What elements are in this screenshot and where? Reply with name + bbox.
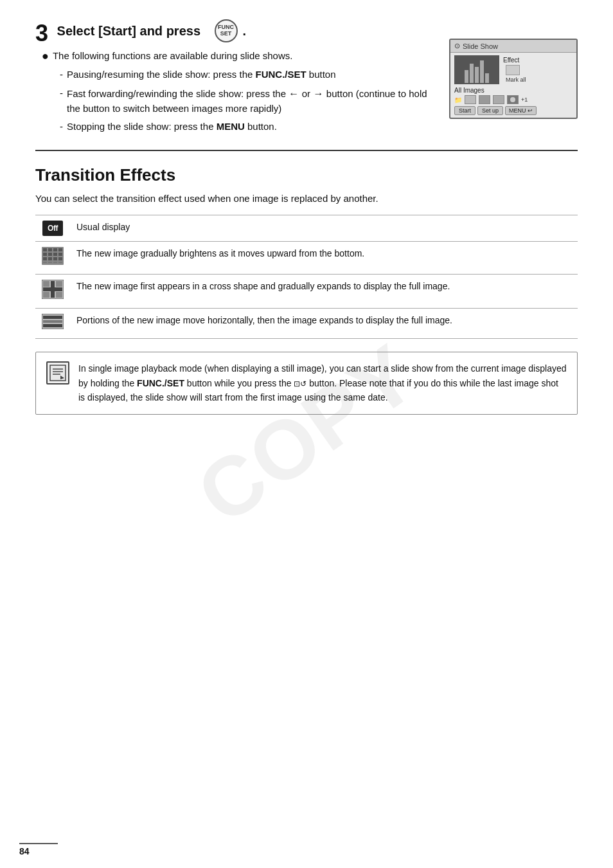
svg-rect-13 <box>43 262 47 263</box>
icon-cell-off: Off <box>35 215 70 242</box>
svg-rect-9 <box>43 257 47 260</box>
svg-rect-19 <box>43 287 62 291</box>
thumb-bar-1 <box>465 70 468 83</box>
effect-desc-4: Portions of the new image move horizonta… <box>70 309 578 339</box>
menu-btn[interactable]: MENU ↩ <box>505 106 537 115</box>
effect-desc-text-1: Usual display <box>76 222 130 232</box>
note-text-content: In single image playback mode (when disp… <box>78 361 567 404</box>
thumb-bar-3 <box>475 67 479 83</box>
dash-3: - <box>60 120 63 134</box>
svg-rect-1 <box>43 248 47 251</box>
setup-btn[interactable]: Set up <box>477 106 503 115</box>
sub-bullet-3: - Stopping the slide show: press the MEN… <box>60 120 436 134</box>
step-title: Select [Start] and press FUNCSET . <box>48 19 246 42</box>
step-3-section: 3 Select [Start] and press FUNCSET . ● T… <box>35 19 578 151</box>
sub-bullets: - Pausing/resuming the slide show: press… <box>42 68 436 134</box>
sub3-text-p2: button. <box>245 121 277 132</box>
svg-rect-2 <box>48 248 52 251</box>
svg-rect-23 <box>56 292 62 298</box>
arrow-left-icon: ← <box>289 88 301 99</box>
screen-images-row: 📁 +1 <box>454 95 573 104</box>
svg-rect-4 <box>58 248 62 251</box>
table-row: Off Usual display <box>35 215 578 242</box>
sub-bullet-1: - Pausing/resuming the slide show: press… <box>60 68 436 82</box>
sub1-text-p1: Pausing/resuming the slide show: press t… <box>67 69 256 80</box>
off-icon: Off <box>42 221 63 236</box>
icon-cell-bars <box>35 309 70 339</box>
table-row: The new image first appears in a cross s… <box>35 275 578 309</box>
mark-all-text: Mark all <box>506 77 526 83</box>
dash-2: - <box>60 86 63 116</box>
effect-icon <box>506 65 520 75</box>
menu-btn-label: MENU <box>509 107 526 114</box>
step-left: 3 Select [Start] and press FUNCSET . ● T… <box>35 19 436 138</box>
image-count: +1 <box>521 96 528 103</box>
img-thumb-circle <box>507 95 519 104</box>
effect-desc-text-4: Portions of the new image move horizonta… <box>76 315 452 325</box>
section-title: Transition Effects <box>35 165 578 185</box>
img-thumb-3 <box>493 95 504 104</box>
section-intro: You can select the transition effect use… <box>35 192 578 206</box>
effects-table: Off Usual display <box>35 215 578 339</box>
step-number: 3 <box>35 22 48 45</box>
svg-rect-25 <box>43 316 62 319</box>
sub1-bold: FUNC./SET <box>256 69 306 80</box>
transition-section: Transition Effects You can select the tr… <box>35 165 578 415</box>
img-thumb-1 <box>465 95 476 104</box>
svg-rect-8 <box>58 253 62 256</box>
note-box: In single image playback mode (when disp… <box>35 352 578 414</box>
icon-cell-grid <box>35 242 70 275</box>
step-body: ● The following functions are available … <box>35 49 436 134</box>
sub-bullet-1-text: Pausing/resuming the slide show: press t… <box>67 68 336 82</box>
page-number: 84 <box>19 846 30 856</box>
start-btn[interactable]: Start <box>454 106 475 115</box>
svg-rect-27 <box>43 324 62 327</box>
thumb-bar-2 <box>470 64 474 83</box>
screen-thumbnail-area: Effect Mark all <box>454 55 573 84</box>
sub2-text-p1: Fast forwarding/rewinding the slide show… <box>67 88 289 99</box>
thumbnail-placeholder <box>454 55 499 84</box>
page-footer: 84 <box>19 843 58 856</box>
screen-title: Slide Show <box>463 42 498 50</box>
table-row: Portions of the new image move horizonta… <box>35 309 578 339</box>
svg-rect-7 <box>53 253 57 256</box>
thumb-bars <box>465 60 489 84</box>
svg-rect-6 <box>48 253 52 256</box>
effect-area: Effect Mark all <box>503 57 526 83</box>
sub3-text-p1: Stopping the slide show: press the <box>67 121 217 132</box>
all-images-row: All Images <box>454 87 573 94</box>
screen-mockup: ⊙ Slide Show Effect <box>449 39 578 119</box>
svg-rect-3 <box>53 248 57 251</box>
sub2-or: or <box>302 88 310 99</box>
page-content: 3 Select [Start] and press FUNCSET . ● T… <box>0 0 613 434</box>
svg-rect-11 <box>53 257 57 260</box>
svg-rect-16 <box>58 262 62 263</box>
effect-desc-2: The new image gradually brightens as it … <box>70 242 578 275</box>
effect-desc-3: The new image first appears in a cross s… <box>70 275 578 309</box>
screen-titlebar: ⊙ Slide Show <box>450 40 576 53</box>
sub-bullet-3-text: Stopping the slide show: press the MENU … <box>67 120 277 134</box>
svg-rect-15 <box>53 262 57 263</box>
bullet-item-1: ● The following functions are available … <box>42 49 436 64</box>
step-header-row: 3 Select [Start] and press FUNCSET . <box>35 19 436 49</box>
svg-rect-22 <box>43 292 49 298</box>
bullet-text-1: The following functions are available du… <box>53 49 293 64</box>
grid-icon <box>42 247 64 265</box>
sub-bullet-2: - Fast forwarding/rewinding the slide sh… <box>60 86 436 116</box>
svg-rect-12 <box>58 257 62 260</box>
img-thumb-2 <box>479 95 490 104</box>
thumb-bar-4 <box>480 60 484 83</box>
svg-rect-14 <box>48 262 52 263</box>
step-title-period: . <box>243 24 247 39</box>
effect-desc-text-3: The new image first appears in a cross s… <box>76 281 450 291</box>
circle-shape <box>510 97 515 102</box>
folder-icon: 📁 <box>454 96 462 104</box>
sub-bullet-2-text: Fast forwarding/rewinding the slide show… <box>67 86 436 116</box>
thumb-bar-5 <box>485 73 489 83</box>
step-title-prefix: Select [Start] and press <box>57 24 200 39</box>
sub3-bold: MENU <box>217 121 245 132</box>
svg-rect-21 <box>56 281 62 287</box>
icon-cell-cross <box>35 275 70 309</box>
svg-rect-26 <box>43 320 62 323</box>
note-symbol-icon <box>49 364 67 382</box>
